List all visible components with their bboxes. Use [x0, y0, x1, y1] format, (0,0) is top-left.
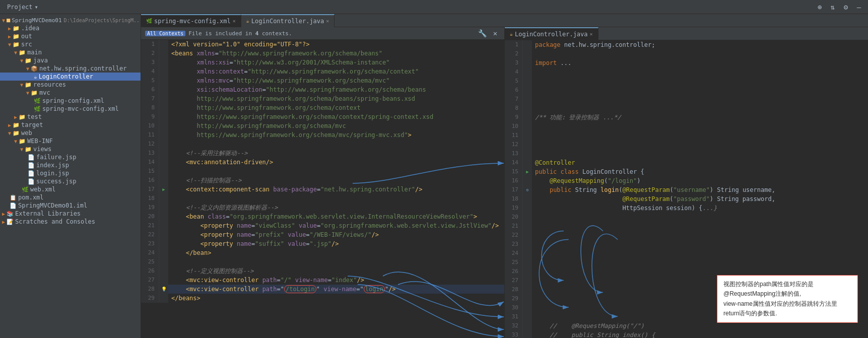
java-line-8: 8 — [505, 104, 868, 113]
minimize-icon[interactable]: — — [854, 2, 864, 12]
java-line-13: 13 — [505, 149, 868, 158]
java-line-6: 6 — [505, 86, 868, 95]
java-line-4: 4 — [505, 67, 868, 77]
java-line-19: 19 HttpSession session) {...} — [505, 204, 868, 213]
java-line-1: 1 package net.hw.spring.controller; — [505, 40, 868, 49]
sidebar-item-spring-mvc-config[interactable]: 🌿 spring-mvc-config.xml — [0, 105, 141, 113]
xml-line-3: 3 xmlns:xsi="http://www.w3.org/2001/XMLS… — [141, 58, 504, 67]
java-line-22: 22 — [505, 231, 868, 240]
sidebar-item-ext-libs[interactable]: ▶ 📚 External Libraries — [0, 210, 141, 218]
project-label: Project — [7, 4, 33, 11]
xml-code-content: 1 <?xml version="1.0" encoding="UTF-8"?>… — [141, 40, 504, 303]
right-tab-label: LoginController.java — [515, 31, 588, 38]
sidebar-item-web-xml[interactable]: 🌿 web.xml — [0, 185, 141, 193]
sidebar-item-spring-config[interactable]: 🌿 spring-config.xml — [0, 97, 141, 105]
sidebar-item-resources[interactable]: ▼ 📁 resources — [0, 81, 141, 89]
file-tree: ▼ ■ SpringMVCDemo01 D:\IdeaProjects\Spri… — [0, 14, 141, 228]
xml-line-1: 1 <?xml version="1.0" encoding="UTF-8"?> — [141, 40, 504, 49]
xml-line-4: 4 xmlns:context="http://www.springframew… — [141, 67, 504, 76]
editor-area: 🌿 spring-mvc-config.xml ✕ ☕ LoginControl… — [141, 14, 868, 338]
annotation-box: 视图控制器的path属性值对应的是@RequestMapping注解的值, vi… — [717, 275, 858, 323]
tab-close-xml[interactable]: ✕ — [233, 18, 236, 24]
top-bar: Project ▾ ⊕ ⇅ ⚙ — — [0, 0, 868, 14]
sidebar-item-package[interactable]: ▼ 📦 net.hw.spring.controller — [0, 64, 141, 73]
sidebar-item-src[interactable]: ▼ 📁 src — [0, 40, 141, 48]
sidebar-item-login-controller[interactable]: ☕ LoginController — [0, 73, 141, 81]
layout-icon[interactable]: ⇅ — [828, 2, 838, 12]
java-line-18: 18 @RequestParam("password") String pass… — [505, 194, 868, 204]
all-contexts-badge[interactable]: All Contexts — [145, 31, 185, 36]
right-tab-login-controller[interactable]: ☕ LoginController.java ✕ — [505, 27, 598, 40]
settings-icon[interactable]: ⚙ — [841, 2, 851, 12]
xml-line-5: 5 xmlns:mvc="http://www.springframework.… — [141, 76, 504, 85]
editors-split: All Contexts File is included in 4 conte… — [141, 27, 868, 338]
sidebar-item-iml[interactable]: 📄 SpringMVCDemo01.iml — [0, 201, 141, 210]
sidebar-item-target[interactable]: ▶ 📁 target — [0, 121, 141, 129]
sidebar-item-main[interactable]: ▼ 📁 main — [0, 48, 141, 56]
tab-spring-mvc-config[interactable]: 🌿 spring-mvc-config.xml ✕ — [141, 14, 241, 27]
right-code-area[interactable]: 1 package net.hw.spring.controller; 2 3 — [505, 40, 868, 338]
right-tab-close[interactable]: ✕ — [590, 31, 593, 37]
sidebar-item-out[interactable]: ▶ 📁 out — [0, 32, 141, 40]
xml-line-25: 25 — [141, 257, 504, 266]
xml-line-19: 19 <!--定义内部资源视图解析器--> — [141, 203, 504, 212]
xml-line-2: 2 <beans xmlns="http://www.springframewo… — [141, 49, 504, 58]
sidebar-item-webinf[interactable]: ▼ 📁 WEB-INF — [0, 137, 141, 145]
java-line-15: 15 ▶ public class LoginController { — [505, 167, 868, 176]
xml-line-22: 22 <property name="prefix" value="/WEB-I… — [141, 230, 504, 239]
add-icon[interactable]: ⊕ — [815, 2, 825, 12]
sidebar-item-views[interactable]: ▼ 📁 views — [0, 145, 141, 153]
right-editor-pane: ☕ LoginController.java ✕ 1 package — [505, 27, 868, 338]
sidebar: ▼ ■ SpringMVCDemo01 D:\IdeaProjects\Spri… — [0, 14, 141, 338]
sidebar-item-failure-jsp[interactable]: 📄 failure.jsp — [0, 153, 141, 161]
main-layout: ▼ ■ SpringMVCDemo01 D:\IdeaProjects\Spri… — [0, 14, 868, 338]
java-line-14: 14 @Controller — [505, 158, 868, 167]
java-line-20: 20 — [505, 213, 868, 222]
java-line-11: 11 — [505, 131, 868, 140]
info-message: File is included in 4 contexts. — [188, 30, 292, 37]
sidebar-item-pom[interactable]: 📋 pom.xml — [0, 193, 141, 201]
xml-line-28: 28 💡 <mvc:view-controller path="/toLogin… — [141, 285, 504, 294]
java-line-12: 12 — [505, 140, 868, 149]
tab-login-controller[interactable]: ☕ LoginController.java ✕ — [241, 14, 335, 27]
tab-label-xml: spring-mvc-config.xml — [154, 18, 231, 25]
sidebar-item-scratches[interactable]: ▶ 📝 Scratches and Consoles — [0, 218, 141, 226]
sidebar-item-success-jsp[interactable]: 📄 success.jsp — [0, 177, 141, 185]
info-bar: All Contexts File is included in 4 conte… — [141, 27, 504, 40]
xml-line-29: 29 </beans> — [141, 294, 504, 303]
close-info-icon[interactable]: ✕ — [490, 28, 500, 38]
xml-line-10: 10 http://www.springframework.org/schema… — [141, 121, 504, 130]
wrench-icon[interactable]: 🔧 — [477, 28, 487, 38]
sidebar-item-mvc[interactable]: ▼ 📁 mvc — [0, 89, 141, 97]
sidebar-item-web[interactable]: ▼ 📁 web — [0, 129, 141, 137]
tab-label-java: LoginController.java — [251, 18, 324, 25]
java-line-10: 10 — [505, 122, 868, 131]
xml-line-27: 27 <mvc:view-controller path="/" view-na… — [141, 276, 504, 285]
sidebar-item-root[interactable]: ▼ ■ SpringMVCDemo01 D:\IdeaProjects\Spri… — [0, 16, 141, 24]
tab-close-java[interactable]: ✕ — [326, 18, 329, 24]
xml-line-9: 9 https://www.springframework.org/schema… — [141, 112, 504, 121]
sidebar-item-login-jsp[interactable]: 📄 login.jsp — [0, 169, 141, 177]
xml-line-7: 7 http://www.springframework.org/schema/… — [141, 94, 504, 103]
top-bar-actions: ⊕ ⇅ ⚙ — — [815, 2, 864, 12]
annotation-line1: 视图控制器的path属性值对应的是@RequestMapping注解的值, — [723, 281, 814, 297]
java-line-3: 3 import ... — [505, 58, 868, 67]
xml-line-17: 17 ▶ <context:component-scan base-packag… — [141, 185, 504, 194]
xml-line-8: 8 http://www.springframework.org/schema/… — [141, 103, 504, 112]
chevron-icon: ▾ — [35, 4, 38, 11]
sidebar-item-java[interactable]: ▼ 📁 java — [0, 56, 141, 64]
xml-line-12: 12 — [141, 140, 504, 149]
java-line-16: 16 @RequestMapping("/login") — [505, 176, 868, 185]
java-line-23: 23 — [505, 240, 868, 249]
java-line-9: 9 /** 功能: 登录控制器 ...*/ — [505, 113, 868, 122]
xml-line-24: 24 </bean> — [141, 248, 504, 257]
java-line-17: 17 ⊙ public String login(@RequestParam("… — [505, 185, 868, 194]
xml-line-6: 6 xsi:schemaLocation="http://www.springf… — [141, 85, 504, 94]
sidebar-item-index-jsp[interactable]: 📄 index.jsp — [0, 161, 141, 169]
left-code-area[interactable]: 1 <?xml version="1.0" encoding="UTF-8"?>… — [141, 40, 504, 338]
java-line-2: 2 — [505, 49, 868, 58]
sidebar-item-idea[interactable]: ▶ 📁 .idea — [0, 24, 141, 32]
project-dropdown[interactable]: Project ▾ — [4, 3, 41, 12]
java-line-33: 33 // public String index() { — [505, 330, 868, 338]
sidebar-item-test[interactable]: ▶ 📁 test — [0, 113, 141, 121]
